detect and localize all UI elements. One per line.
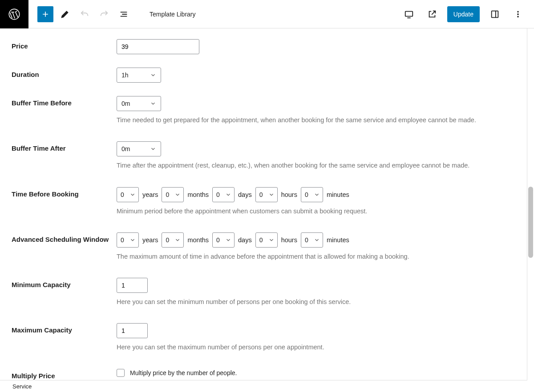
tbb-hours-select[interactable]: 0 bbox=[255, 187, 278, 202]
time-before-booking-label: Time Before Booking bbox=[12, 187, 117, 199]
aw-minutes-select[interactable]: 0 bbox=[301, 232, 323, 248]
external-link-icon bbox=[427, 9, 437, 19]
chevron-down-icon bbox=[314, 192, 320, 198]
redo-button[interactable] bbox=[96, 6, 112, 22]
editor-topbar: Template Library Update bbox=[0, 0, 534, 28]
buffer-before-label: Buffer Time Before bbox=[12, 96, 117, 108]
duration-value: 1h bbox=[121, 72, 129, 79]
chevron-down-icon bbox=[150, 72, 156, 78]
max-capacity-label: Maximum Capacity bbox=[12, 323, 117, 335]
chevron-down-icon bbox=[314, 237, 320, 243]
sidebar-icon bbox=[490, 9, 500, 19]
duration-select[interactable]: 1h bbox=[117, 68, 161, 83]
min-capacity-help: Here you can set the minimum number of p… bbox=[117, 297, 522, 306]
undo-button[interactable] bbox=[77, 6, 93, 22]
desktop-icon bbox=[404, 9, 414, 19]
breadcrumb-item[interactable]: Service bbox=[12, 383, 32, 390]
chevron-down-icon bbox=[129, 237, 136, 243]
chevron-down-icon bbox=[150, 146, 156, 152]
aw-months-select[interactable]: 0 bbox=[162, 232, 184, 248]
min-capacity-label: Minimum Capacity bbox=[12, 278, 117, 289]
chevron-down-icon bbox=[150, 100, 156, 107]
chevron-down-icon bbox=[225, 237, 231, 243]
undo-icon bbox=[80, 9, 89, 19]
update-button[interactable]: Update bbox=[447, 6, 480, 22]
multiply-price-label: Multiply Price bbox=[12, 369, 117, 380]
buffer-before-select[interactable]: 0m bbox=[117, 96, 161, 111]
chevron-down-icon bbox=[225, 192, 231, 198]
buffer-after-select[interactable]: 0m bbox=[117, 141, 161, 156]
aw-days-select[interactable]: 0 bbox=[212, 232, 235, 248]
buffer-before-help: Time needed to get prepared for the appo… bbox=[117, 116, 522, 124]
aw-help: The maximum amount of time in advance be… bbox=[117, 252, 522, 261]
more-options-button[interactable] bbox=[510, 6, 526, 22]
svg-point-4 bbox=[518, 13, 519, 15]
tbb-years-select[interactable]: 0 bbox=[117, 187, 139, 202]
plus-icon bbox=[41, 10, 50, 19]
tbb-days-select[interactable]: 0 bbox=[212, 187, 235, 202]
tbb-minutes-select[interactable]: 0 bbox=[301, 187, 323, 202]
adv-window-label: Advanced Scheduling Window bbox=[12, 232, 117, 244]
form-area: Price Duration 1h Buffer Time Before 0m … bbox=[0, 28, 534, 380]
svg-rect-1 bbox=[405, 11, 413, 16]
time-before-booking-group: 0 years 0 months 0 days 0 hours 0 minute… bbox=[117, 187, 522, 202]
list-view-icon bbox=[119, 9, 129, 19]
scrollbar-thumb[interactable] bbox=[528, 187, 533, 258]
adv-window-group: 0 years 0 months 0 days 0 hours 0 minute… bbox=[117, 232, 522, 248]
max-capacity-input[interactable] bbox=[117, 323, 148, 338]
settings-panel-button[interactable] bbox=[487, 6, 503, 22]
multiply-price-checkbox[interactable] bbox=[117, 369, 125, 377]
svg-rect-2 bbox=[492, 11, 498, 17]
duration-label: Duration bbox=[12, 68, 117, 79]
buffer-before-value: 0m bbox=[121, 100, 130, 107]
wordpress-logo[interactable] bbox=[0, 0, 28, 28]
chevron-down-icon bbox=[174, 192, 181, 198]
edit-button[interactable] bbox=[57, 6, 73, 22]
tbb-help: Minimum period before the appointment wh… bbox=[117, 207, 522, 216]
min-capacity-input[interactable] bbox=[117, 278, 148, 293]
chevron-down-icon bbox=[174, 237, 181, 243]
redo-icon bbox=[99, 9, 109, 19]
view-button[interactable] bbox=[401, 6, 417, 22]
aw-years-select[interactable]: 0 bbox=[117, 232, 139, 248]
pencil-icon bbox=[60, 9, 70, 19]
panel-divider bbox=[527, 28, 527, 380]
chevron-down-icon bbox=[129, 192, 136, 198]
preview-button[interactable] bbox=[424, 6, 440, 22]
svg-point-5 bbox=[518, 16, 519, 17]
multiply-price-checkbox-label: Multiply price by the number of people. bbox=[130, 369, 237, 376]
buffer-after-label: Buffer Time After bbox=[12, 141, 117, 153]
block-breadcrumb: Service bbox=[0, 380, 527, 392]
price-label: Price bbox=[12, 39, 117, 51]
chevron-down-icon bbox=[268, 192, 275, 198]
wordpress-icon bbox=[8, 8, 20, 20]
document-outline-button[interactable] bbox=[116, 6, 132, 22]
buffer-after-value: 0m bbox=[121, 145, 130, 152]
svg-point-3 bbox=[518, 11, 519, 12]
add-block-button[interactable] bbox=[37, 6, 53, 22]
price-input[interactable] bbox=[117, 39, 199, 54]
page-title: Template Library bbox=[150, 11, 196, 18]
aw-hours-select[interactable]: 0 bbox=[255, 232, 278, 248]
chevron-down-icon bbox=[268, 237, 275, 243]
tbb-months-select[interactable]: 0 bbox=[162, 187, 184, 202]
buffer-after-help: Time after the appointment (rest, cleanu… bbox=[117, 161, 522, 170]
max-capacity-help: Here you can set the maximum number of p… bbox=[117, 343, 522, 352]
dots-vertical-icon bbox=[513, 9, 523, 19]
